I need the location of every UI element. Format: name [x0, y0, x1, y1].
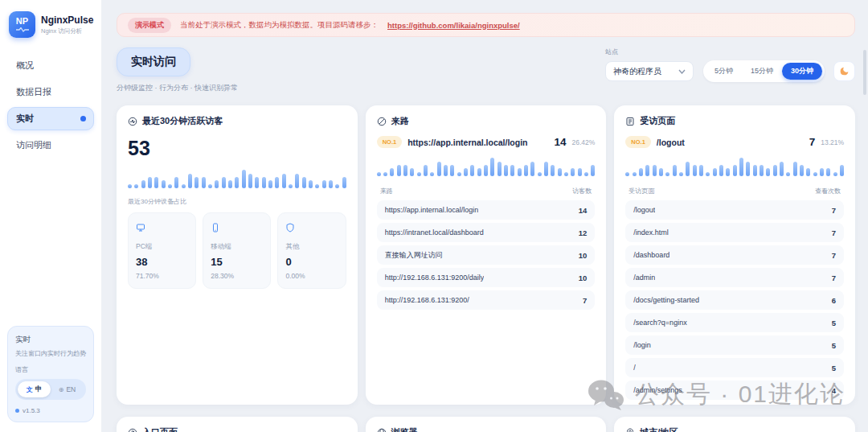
spark-bar	[719, 165, 723, 176]
document-icon	[625, 117, 635, 126]
spark-bar	[571, 168, 575, 176]
sidebar-item[interactable]: 实时	[7, 107, 94, 130]
referrer-icon	[377, 117, 387, 126]
spark-bar	[194, 177, 199, 188]
device-percent: 28.30%	[211, 272, 263, 280]
spark-bar	[733, 165, 737, 176]
sidebar-item[interactable]: 访问明细	[7, 134, 94, 157]
column-header: 受访页面	[628, 187, 654, 195]
translate-icon: 文	[27, 385, 33, 394]
sidebar-item[interactable]: 数据日报	[7, 80, 94, 104]
spark-bar	[773, 165, 777, 176]
spark-bar	[739, 158, 743, 176]
spark-bar	[766, 168, 770, 176]
spark-bar	[490, 158, 494, 176]
spark-bar	[800, 165, 804, 176]
row-label: /dashboard	[633, 251, 669, 259]
language-option-zh[interactable]: 文 中	[18, 381, 51, 397]
theme-toggle-button[interactable]	[833, 61, 855, 81]
column-header: 查看次数	[815, 187, 841, 195]
row-value: 7	[583, 296, 587, 305]
device-grid: PC端 38 71.70% 移动端 15 28.30% 其他 0 0	[128, 212, 346, 289]
visited-pages-card: 受访页面 NO.1 /logout 7 13.21%	[614, 105, 855, 405]
spark-bar	[518, 168, 522, 176]
table-row: /logout 7	[625, 200, 844, 220]
banner-text: 当前处于演示模式，数据均为模拟数据。项目源码请移步：	[180, 20, 379, 31]
table-row: 直接输入网址访问 10	[377, 245, 596, 265]
cards-row-1: 最近30分钟活跃访客 53	[117, 105, 855, 405]
row-label: /logout	[633, 206, 655, 214]
spark-bar	[182, 184, 186, 188]
spark-bar	[215, 180, 219, 188]
language-option-label: 中	[35, 385, 43, 394]
top-page-value: 7	[809, 136, 816, 148]
device-name: PC端	[136, 242, 188, 252]
spark-bar	[679, 172, 683, 176]
card-title: 最近30分钟活跃访客	[142, 115, 223, 127]
scrollbar-thumb[interactable]	[863, 50, 866, 95]
np-logo-icon: NP	[9, 11, 35, 38]
spark-bar	[289, 184, 293, 188]
time-range-button[interactable]: 5分钟	[706, 63, 742, 80]
time-range-label: 30分钟	[791, 67, 813, 75]
github-link[interactable]: https://github.com/likaia/nginxpulse/	[387, 21, 520, 30]
spark-bar	[706, 172, 710, 176]
spark-bar	[544, 162, 548, 176]
time-range-button[interactable]: 15分钟	[742, 63, 782, 80]
spark-bar	[645, 165, 649, 176]
monitor-icon	[136, 223, 145, 232]
row-label: http://192.168.6.131:9200/daily	[385, 274, 485, 282]
spark-bar	[437, 162, 441, 176]
table-row: / 5	[625, 358, 844, 377]
demo-mode-banner: 演示模式 当前处于演示模式，数据均为模拟数据。项目源码请移步： https://…	[117, 13, 855, 37]
spark-bar	[202, 177, 206, 188]
card-title: 受访页面	[640, 115, 675, 127]
spark-bar	[780, 162, 784, 176]
sidebar-item-label: 数据日报	[16, 86, 51, 98]
device-value: 0	[285, 256, 338, 268]
spark-bar	[639, 168, 643, 176]
spark-bar	[410, 168, 414, 176]
language-label: 语言	[15, 365, 86, 374]
pages-table-head: 受访页面 查看次数	[625, 187, 844, 200]
spark-bar	[464, 168, 468, 176]
spark-bar	[524, 165, 528, 176]
demo-badge: 演示模式	[128, 18, 171, 33]
spark-bar	[551, 165, 555, 176]
app-logo: NP NginxPulse Nginx 访问分析	[7, 11, 94, 38]
spark-bar	[444, 165, 448, 176]
top-page-label: /logout	[657, 138, 804, 147]
spark-bar	[174, 177, 178, 188]
spark-bar	[793, 162, 797, 176]
time-range-label: 5分钟	[714, 67, 733, 75]
active-dot-icon	[80, 116, 86, 121]
site-select[interactable]: 神奇的程序员	[605, 61, 694, 81]
sidebar: NP NginxPulse Nginx 访问分析 概况 数据日报	[0, 0, 102, 432]
spark-bar	[390, 168, 394, 176]
spark-bar	[242, 170, 246, 188]
row-value: 7	[832, 251, 836, 260]
spark-bar	[786, 172, 790, 176]
sidebar-menu: 概况 数据日报 实时 访问明细	[7, 54, 94, 157]
referrers-table-head: 来路 访客数	[377, 187, 596, 200]
spark-bar	[653, 165, 657, 176]
spark-bar	[833, 172, 837, 176]
sidebar-item[interactable]: 概况	[7, 54, 94, 77]
device-tile-mobile: 移动端 15 28.30%	[203, 212, 271, 289]
spark-bar	[633, 172, 637, 176]
site-label: 站点	[605, 47, 855, 56]
card-title: 来路	[391, 115, 409, 127]
top-referrer: NO.1 https://app.internal.local/login 14…	[377, 136, 596, 148]
spark-bar	[377, 172, 381, 176]
row-label: /admin	[633, 274, 655, 282]
spark-bar	[315, 184, 319, 188]
spark-bar	[228, 180, 232, 188]
spark-bar	[417, 172, 421, 176]
spark-bar	[826, 168, 830, 176]
time-range-segment: 5分钟 15分钟 30分钟	[703, 60, 825, 82]
activity-icon	[128, 117, 137, 126]
spark-bar	[255, 177, 259, 188]
moon-icon	[839, 66, 850, 76]
time-range-button[interactable]: 30分钟	[782, 63, 822, 80]
language-option-en[interactable]: ⊕ EN	[51, 381, 84, 397]
